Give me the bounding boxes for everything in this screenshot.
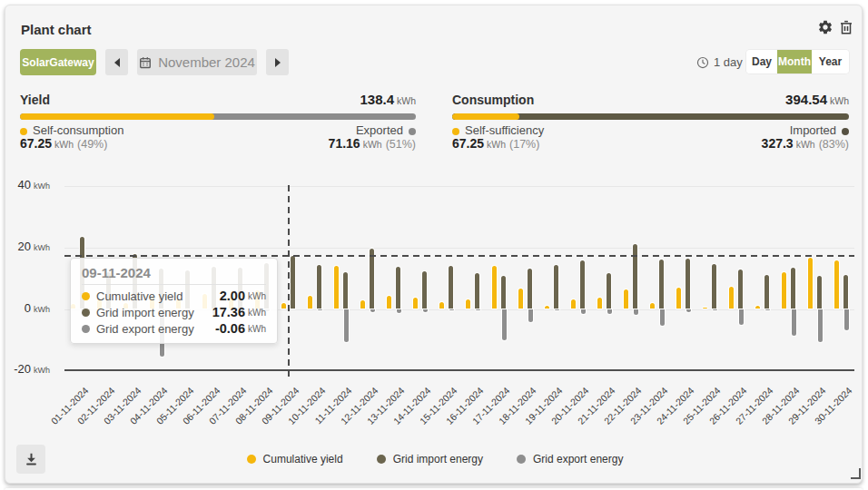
bar-grid-import-energy[interactable] — [554, 265, 558, 309]
bar-grid-import-energy[interactable] — [528, 269, 532, 309]
bar-cumulative-yield[interactable] — [729, 287, 734, 309]
bar-grid-import-energy[interactable] — [343, 272, 348, 309]
settings-button[interactable] — [817, 19, 833, 35]
bar-cumulative-yield[interactable] — [597, 298, 602, 309]
trash-icon — [838, 19, 854, 35]
plant-chart-widget: Plant chart SolarGateway November 2024 1… — [5, 5, 863, 484]
bar-grid-export-energy[interactable] — [607, 309, 612, 314]
legend-item[interactable]: Cumulative yield — [247, 453, 343, 466]
bar-grid-import-energy[interactable] — [791, 268, 795, 309]
bar-cumulative-yield[interactable] — [308, 296, 312, 309]
bar-grid-export-energy[interactable] — [397, 309, 401, 313]
x-tick-label: 21-11-2024 — [551, 385, 616, 450]
bar-grid-import-energy[interactable] — [396, 267, 400, 309]
bar-grid-import-energy[interactable] — [317, 265, 321, 309]
bar-cumulative-yield[interactable] — [545, 306, 549, 309]
legend-item[interactable]: Grid import energy — [377, 453, 483, 466]
gridline-20 — [64, 248, 854, 249]
bar-grid-import-energy[interactable] — [817, 276, 822, 309]
bar-grid-export-energy[interactable] — [634, 309, 638, 315]
bar-grid-export-energy[interactable] — [818, 309, 823, 342]
bar-cumulative-yield[interactable] — [360, 300, 365, 309]
bar-grid-import-energy[interactable] — [449, 266, 453, 309]
bar-cumulative-yield[interactable] — [466, 299, 470, 309]
legend-item[interactable]: Grid export energy — [517, 453, 623, 466]
bar-cumulative-yield[interactable] — [387, 296, 391, 309]
bar-grid-export-energy[interactable] — [713, 309, 717, 310]
bar-grid-export-energy[interactable] — [792, 309, 796, 336]
tab-year[interactable]: Year — [812, 50, 849, 74]
bar-cumulative-yield[interactable] — [782, 272, 786, 309]
bar-grid-import-energy[interactable] — [370, 249, 374, 309]
yield-dot — [82, 292, 90, 300]
bar-grid-export-energy[interactable] — [581, 309, 586, 315]
y-tick-label: 0kWh — [12, 301, 50, 315]
next-period-button[interactable] — [266, 49, 289, 75]
bar-grid-export-energy[interactable] — [528, 309, 533, 323]
yield-progress-bar — [20, 113, 416, 120]
bar-grid-export-energy[interactable] — [660, 309, 665, 327]
bar-grid-export-energy[interactable] — [370, 309, 375, 312]
delete-button[interactable] — [838, 19, 854, 35]
x-tick-label: 10-11-2024 — [261, 385, 327, 450]
tooltip-row-yield: Cumulative yield 2.00kWh — [82, 288, 266, 304]
bar-grid-export-energy[interactable] — [765, 309, 770, 310]
bar-cumulative-yield[interactable] — [439, 302, 444, 309]
self-sufficiency-label: Self-sufficiency — [452, 123, 544, 137]
bar-cumulative-yield[interactable] — [808, 258, 813, 309]
bar-grid-import-energy[interactable] — [422, 271, 427, 309]
bar-grid-export-energy[interactable] — [844, 309, 849, 330]
bar-cumulative-yield[interactable] — [413, 298, 418, 309]
x-tick-label: 05-11-2024 — [130, 385, 195, 450]
bar-cumulative-yield[interactable] — [755, 306, 760, 309]
chart-tooltip: 09-11-2024 Cumulative yield 2.00kWh Grid… — [70, 258, 278, 344]
bar-grid-export-energy[interactable] — [555, 309, 559, 310]
bar-grid-import-energy[interactable] — [291, 256, 295, 309]
bar-cumulative-yield[interactable] — [281, 303, 286, 309]
bar-grid-import-energy[interactable] — [475, 273, 479, 309]
bar-cumulative-yield[interactable] — [650, 303, 655, 309]
tab-month[interactable]: Month — [777, 50, 812, 74]
bar-grid-import-energy[interactable] — [712, 264, 716, 309]
bar-cumulative-yield[interactable] — [334, 266, 339, 309]
bar-chart[interactable]: 40kWh20kWh0kWh-20kWh01-11-202402-11-2024… — [1, 1, 868, 490]
x-tick-label: 16-11-2024 — [419, 385, 485, 450]
tab-day[interactable]: Day — [746, 50, 777, 74]
import-dot — [82, 309, 90, 317]
bar-cumulative-yield[interactable] — [676, 288, 681, 309]
chevron-right-icon — [275, 58, 281, 67]
plant-selector-button[interactable]: SolarGateway — [20, 49, 96, 75]
bar-cumulative-yield[interactable] — [624, 289, 628, 309]
bar-grid-export-energy[interactable] — [344, 309, 349, 342]
bar-grid-export-energy[interactable] — [739, 309, 744, 325]
bar-cumulative-yield[interactable] — [492, 266, 497, 309]
bar-grid-export-energy[interactable] — [502, 309, 507, 341]
bar-cumulative-yield[interactable] — [703, 308, 707, 309]
bar-grid-import-energy[interactable] — [633, 244, 637, 309]
bar-grid-export-energy[interactable] — [686, 309, 691, 312]
bar-cumulative-yield[interactable] — [571, 299, 576, 309]
bar-grid-export-energy[interactable] — [476, 309, 480, 310]
x-tick-label: 19-11-2024 — [498, 385, 564, 450]
bar-cumulative-yield[interactable] — [518, 289, 523, 309]
bar-grid-export-energy[interactable] — [449, 309, 454, 310]
prev-period-button[interactable] — [105, 49, 128, 75]
bar-grid-import-energy[interactable] — [764, 275, 769, 309]
bar-grid-import-energy[interactable] — [843, 275, 848, 309]
bar-grid-import-energy[interactable] — [686, 259, 690, 309]
bar-grid-import-energy[interactable] — [580, 260, 585, 309]
bar-grid-import-energy[interactable] — [501, 276, 506, 309]
bar-grid-export-energy[interactable] — [318, 309, 322, 310]
self-consumption-value: 67.25kWh(49%) — [20, 136, 107, 151]
x-tick-label: 18-11-2024 — [472, 385, 538, 450]
exported-dot — [409, 128, 416, 135]
legend-dot — [517, 455, 526, 464]
period-picker-button[interactable]: November 2024 — [137, 49, 257, 75]
bar-cumulative-yield[interactable] — [834, 260, 839, 309]
bar-grid-import-energy[interactable] — [607, 273, 611, 309]
bar-grid-import-energy[interactable] — [659, 260, 664, 309]
bar-grid-import-energy[interactable] — [738, 270, 743, 309]
x-tick-label: 27-11-2024 — [709, 385, 774, 450]
resize-handle[interactable] — [851, 468, 861, 479]
bar-grid-export-energy[interactable] — [423, 309, 428, 312]
